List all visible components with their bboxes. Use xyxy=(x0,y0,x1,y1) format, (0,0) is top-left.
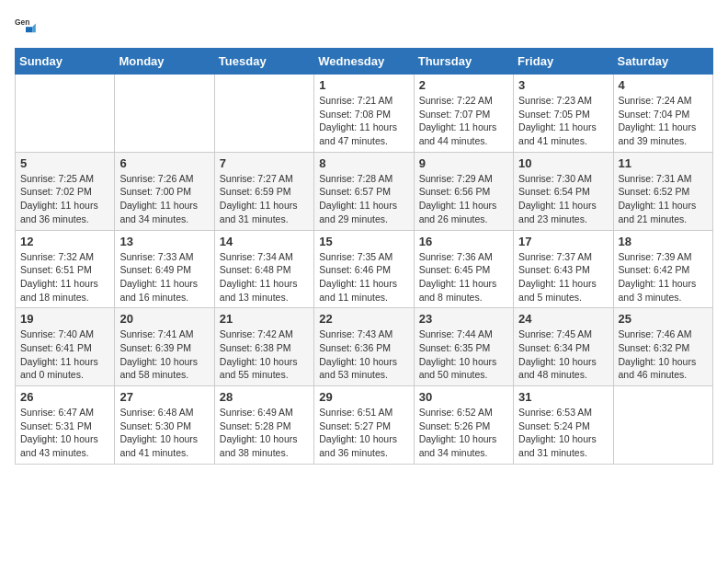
day-info: Sunrise: 7:45 AM Sunset: 6:34 PM Dayligh… xyxy=(518,327,608,382)
page-header: Gen xyxy=(15,15,713,37)
day-info: Sunrise: 7:23 AM Sunset: 7:05 PM Dayligh… xyxy=(518,94,608,148)
calendar-cell: 20Sunrise: 7:41 AM Sunset: 6:39 PM Dayli… xyxy=(115,308,214,386)
calendar-cell xyxy=(115,75,214,153)
calendar-cell: 14Sunrise: 7:34 AM Sunset: 6:48 PM Dayli… xyxy=(214,230,313,308)
calendar-cell: 3Sunrise: 7:23 AM Sunset: 7:05 PM Daylig… xyxy=(514,75,613,153)
calendar-cell: 24Sunrise: 7:45 AM Sunset: 6:34 PM Dayli… xyxy=(514,308,613,386)
day-number: 10 xyxy=(518,156,608,170)
day-number: 20 xyxy=(119,312,209,326)
calendar-cell: 8Sunrise: 7:28 AM Sunset: 6:57 PM Daylig… xyxy=(314,152,414,230)
calendar-week-row: 1Sunrise: 7:21 AM Sunset: 7:08 PM Daylig… xyxy=(16,75,713,153)
day-info: Sunrise: 7:25 AM Sunset: 7:02 PM Dayligh… xyxy=(20,172,109,226)
calendar-cell xyxy=(214,75,313,153)
day-number: 16 xyxy=(419,235,508,248)
day-of-week-header: Saturday xyxy=(613,49,712,75)
day-number: 12 xyxy=(20,235,109,248)
day-number: 11 xyxy=(619,156,708,170)
calendar-cell: 16Sunrise: 7:36 AM Sunset: 6:45 PM Dayli… xyxy=(414,230,513,308)
calendar-cell: 29Sunrise: 6:51 AM Sunset: 5:27 PM Dayli… xyxy=(314,386,414,465)
day-info: Sunrise: 6:47 AM Sunset: 5:31 PM Dayligh… xyxy=(20,406,109,460)
calendar-cell: 28Sunrise: 6:49 AM Sunset: 5:28 PM Dayli… xyxy=(214,386,313,465)
day-info: Sunrise: 7:44 AM Sunset: 6:35 PM Dayligh… xyxy=(419,327,508,382)
svg-marker-1 xyxy=(26,27,32,32)
day-info: Sunrise: 7:22 AM Sunset: 7:07 PM Dayligh… xyxy=(419,94,508,148)
calendar-cell: 30Sunrise: 6:52 AM Sunset: 5:26 PM Dayli… xyxy=(414,386,513,465)
calendar-table: SundayMondayTuesdayWednesdayThursdayFrid… xyxy=(15,48,713,465)
day-number: 29 xyxy=(319,390,408,404)
day-of-week-header: Sunday xyxy=(16,49,115,75)
calendar-cell: 12Sunrise: 7:32 AM Sunset: 6:51 PM Dayli… xyxy=(16,230,115,308)
day-info: Sunrise: 7:30 AM Sunset: 6:54 PM Dayligh… xyxy=(518,172,608,226)
day-info: Sunrise: 7:37 AM Sunset: 6:43 PM Dayligh… xyxy=(518,250,608,304)
day-number: 8 xyxy=(319,156,408,170)
day-number: 23 xyxy=(419,312,508,326)
svg-text:Gen: Gen xyxy=(15,17,29,27)
day-number: 13 xyxy=(119,235,209,248)
day-of-week-header: Thursday xyxy=(414,49,513,75)
day-info: Sunrise: 7:46 AM Sunset: 6:32 PM Dayligh… xyxy=(619,327,708,382)
calendar-cell: 15Sunrise: 7:35 AM Sunset: 6:46 PM Dayli… xyxy=(314,230,414,308)
day-info: Sunrise: 7:36 AM Sunset: 6:45 PM Dayligh… xyxy=(419,250,508,304)
calendar-cell xyxy=(613,386,712,465)
calendar-cell: 18Sunrise: 7:39 AM Sunset: 6:42 PM Dayli… xyxy=(613,230,712,308)
calendar-week-row: 19Sunrise: 7:40 AM Sunset: 6:41 PM Dayli… xyxy=(16,308,713,386)
calendar-cell: 27Sunrise: 6:48 AM Sunset: 5:30 PM Dayli… xyxy=(115,386,214,465)
calendar-cell xyxy=(16,75,115,153)
calendar-cell: 17Sunrise: 7:37 AM Sunset: 6:43 PM Dayli… xyxy=(514,230,613,308)
day-info: Sunrise: 7:27 AM Sunset: 6:59 PM Dayligh… xyxy=(220,172,309,226)
day-info: Sunrise: 7:24 AM Sunset: 7:04 PM Dayligh… xyxy=(619,94,708,148)
calendar-cell: 21Sunrise: 7:42 AM Sunset: 6:38 PM Dayli… xyxy=(214,308,313,386)
day-number: 18 xyxy=(619,235,708,248)
calendar-cell: 11Sunrise: 7:31 AM Sunset: 6:52 PM Dayli… xyxy=(613,152,712,230)
day-info: Sunrise: 6:48 AM Sunset: 5:30 PM Dayligh… xyxy=(119,406,209,460)
day-info: Sunrise: 7:21 AM Sunset: 7:08 PM Dayligh… xyxy=(319,94,408,148)
day-number: 17 xyxy=(518,235,608,248)
day-info: Sunrise: 7:43 AM Sunset: 6:36 PM Dayligh… xyxy=(319,327,408,382)
calendar-cell: 13Sunrise: 7:33 AM Sunset: 6:49 PM Dayli… xyxy=(115,230,214,308)
day-info: Sunrise: 7:42 AM Sunset: 6:38 PM Dayligh… xyxy=(220,327,309,382)
logo-icon: Gen xyxy=(15,15,37,37)
calendar-cell: 25Sunrise: 7:46 AM Sunset: 6:32 PM Dayli… xyxy=(613,308,712,386)
day-info: Sunrise: 7:32 AM Sunset: 6:51 PM Dayligh… xyxy=(20,250,109,304)
day-info: Sunrise: 7:26 AM Sunset: 7:00 PM Dayligh… xyxy=(119,172,209,226)
calendar-cell: 4Sunrise: 7:24 AM Sunset: 7:04 PM Daylig… xyxy=(613,75,712,153)
day-number: 22 xyxy=(319,312,408,326)
day-number: 1 xyxy=(319,78,408,92)
calendar-cell: 22Sunrise: 7:43 AM Sunset: 6:36 PM Dayli… xyxy=(314,308,414,386)
day-number: 7 xyxy=(220,156,309,170)
calendar-cell: 9Sunrise: 7:29 AM Sunset: 6:56 PM Daylig… xyxy=(414,152,513,230)
day-info: Sunrise: 7:41 AM Sunset: 6:39 PM Dayligh… xyxy=(119,327,209,382)
day-info: Sunrise: 7:28 AM Sunset: 6:57 PM Dayligh… xyxy=(319,172,408,226)
day-number: 24 xyxy=(518,312,608,326)
day-info: Sunrise: 7:29 AM Sunset: 6:56 PM Dayligh… xyxy=(419,172,508,226)
calendar-header-row: SundayMondayTuesdayWednesdayThursdayFrid… xyxy=(16,49,713,75)
day-number: 28 xyxy=(220,390,309,404)
day-of-week-header: Tuesday xyxy=(214,49,313,75)
calendar-cell: 5Sunrise: 7:25 AM Sunset: 7:02 PM Daylig… xyxy=(16,152,115,230)
day-of-week-header: Monday xyxy=(115,49,214,75)
day-number: 26 xyxy=(20,390,109,404)
day-number: 14 xyxy=(220,235,309,248)
day-number: 27 xyxy=(119,390,209,404)
day-info: Sunrise: 6:53 AM Sunset: 5:24 PM Dayligh… xyxy=(518,406,608,460)
calendar-cell: 7Sunrise: 7:27 AM Sunset: 6:59 PM Daylig… xyxy=(214,152,313,230)
day-info: Sunrise: 7:35 AM Sunset: 6:46 PM Dayligh… xyxy=(319,250,408,304)
day-info: Sunrise: 7:31 AM Sunset: 6:52 PM Dayligh… xyxy=(619,172,708,226)
day-info: Sunrise: 7:40 AM Sunset: 6:41 PM Dayligh… xyxy=(20,327,109,382)
calendar-cell: 6Sunrise: 7:26 AM Sunset: 7:00 PM Daylig… xyxy=(115,152,214,230)
day-info: Sunrise: 6:49 AM Sunset: 5:28 PM Dayligh… xyxy=(220,406,309,460)
day-number: 25 xyxy=(619,312,708,326)
day-info: Sunrise: 6:52 AM Sunset: 5:26 PM Dayligh… xyxy=(419,406,508,460)
day-number: 9 xyxy=(419,156,508,170)
calendar-week-row: 5Sunrise: 7:25 AM Sunset: 7:02 PM Daylig… xyxy=(16,152,713,230)
calendar-cell: 19Sunrise: 7:40 AM Sunset: 6:41 PM Dayli… xyxy=(16,308,115,386)
day-of-week-header: Friday xyxy=(514,49,613,75)
day-info: Sunrise: 7:33 AM Sunset: 6:49 PM Dayligh… xyxy=(119,250,209,304)
day-info: Sunrise: 7:34 AM Sunset: 6:48 PM Dayligh… xyxy=(220,250,309,304)
day-info: Sunrise: 6:51 AM Sunset: 5:27 PM Dayligh… xyxy=(319,406,408,460)
day-number: 5 xyxy=(20,156,109,170)
day-info: Sunrise: 7:39 AM Sunset: 6:42 PM Dayligh… xyxy=(619,250,708,304)
day-number: 19 xyxy=(20,312,109,326)
day-number: 15 xyxy=(319,235,408,248)
day-number: 31 xyxy=(518,390,608,404)
